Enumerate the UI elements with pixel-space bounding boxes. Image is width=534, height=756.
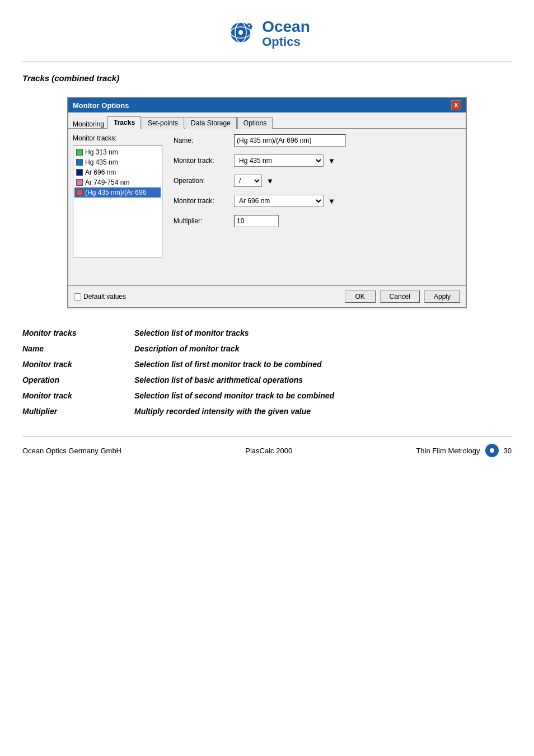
cancel-button[interactable]: Cancel [380,290,420,303]
def-multiplier: Multiply recorded intensity with the giv… [134,403,512,419]
footer-product: PlasCalc 2000 [245,447,292,455]
default-values-label: Default values [83,293,126,300]
tab-datastorage[interactable]: Data Storage [185,117,237,129]
def-monitor-track2: Selection list of second monitor track t… [134,388,512,403]
track-label-combined: (Hg 435 nm)/(Ar 696 [85,189,146,196]
track-item-selected[interactable]: (Hg 435 nm)/(Ar 696 [74,187,161,198]
description-section: Monitor tracks Selection list of monitor… [22,325,512,419]
monitor-tracks-label: Monitor tracks: [73,134,162,142]
footer-company: Ocean Optics Germany GmbH [22,447,121,455]
page-title: Tracks (combined track) [22,73,512,83]
description-table: Monitor tracks Selection list of monitor… [22,325,512,419]
track-color-ar696 [76,169,83,176]
term-multiplier: Multiplier [22,403,134,419]
term-name: Name [22,341,134,356]
monitor-track2-label: Monitor track: [174,197,229,205]
track-item[interactable]: Hg 313 nm [74,147,161,157]
footer-logo-icon [484,442,500,459]
def-name: Description of monitor track [134,341,512,356]
dropdown-arrow-op: ▼ [266,177,274,185]
term-monitor-track1: Monitor track [22,356,134,372]
operation-label: Operation: [174,177,229,185]
dialog-close-button[interactable]: X [451,100,461,110]
default-values-row: Default values [74,293,340,300]
dropdown-arrow-2: ▼ [328,197,335,205]
dialog-title: Monitor Options [73,101,129,110]
term-operation: Operation [22,372,134,388]
track-list: Hg 313 nm Hg 435 nm Ar 696 nm Ar 749-754… [73,145,162,257]
monitor-options-dialog: Monitor Options X Monitoring Tracks Set-… [67,97,467,308]
track-item[interactable]: Hg 435 nm [74,157,161,167]
term-monitor-track2: Monitor track [22,388,134,403]
default-values-checkbox[interactable] [74,293,81,300]
monitor-track2-select[interactable]: Ar 696 nm Hg 313 nm Hg 435 nm Ar 749-754… [234,195,324,207]
footer-right: Thin Film Metrology 30 [416,442,512,459]
monitor-track1-row: Monitor track: Hg 435 nm Hg 313 nm Ar 69… [174,154,461,167]
track-label-hg435: Hg 435 nm [85,158,118,166]
monitor-track1-select[interactable]: Hg 435 nm Hg 313 nm Ar 696 nm Ar 749-754… [234,154,324,167]
logo-text: Ocean Optics [262,18,310,49]
bottom-divider [22,436,512,436]
tab-setpoints[interactable]: Set-points [142,117,184,129]
track-label-hg313: Hg 313 nm [85,148,118,156]
svg-point-6 [490,448,494,453]
logo-optics: Optics [262,35,310,49]
dialog-footer: Default values OK Cancel Apply [68,285,466,307]
svg-point-3 [238,30,243,35]
name-label: Name: [174,137,229,144]
operation-select[interactable]: / * + - [234,175,262,187]
tab-tracks[interactable]: Tracks [107,116,141,129]
monitor-track2-row: Monitor track: Ar 696 nm Hg 313 nm Hg 43… [174,195,461,207]
desc-row-monitor-tracks: Monitor tracks Selection list of monitor… [22,325,512,341]
track-list-panel: Monitor tracks: Hg 313 nm Hg 435 nm Ar 6… [73,134,162,280]
logo-icon [224,17,257,50]
dialog-tabs: Monitoring Tracks Set-points Data Storag… [68,112,466,129]
track-item[interactable]: Ar 749-754 nm [74,177,161,187]
term-monitor-tracks: Monitor tracks [22,325,134,341]
operation-row: Operation: / * + - ▼ [174,175,461,187]
name-row: Name: [174,134,461,147]
track-color-combined [76,189,83,196]
logo-ocean: Ocean [262,18,310,36]
multiplier-row: Multiplier: [174,215,461,227]
tab-options[interactable]: Options [237,117,273,129]
track-item[interactable]: Ar 696 nm [74,167,161,177]
desc-row-name: Name Description of monitor track [22,341,512,356]
dialog-body: Monitor tracks: Hg 313 nm Hg 435 nm Ar 6… [68,129,466,285]
multiplier-input[interactable] [234,215,279,227]
settings-panel: Name: Monitor track: Hg 435 nm Hg 313 nm… [168,134,461,280]
monitoring-tab-label: Monitoring [73,120,104,128]
def-monitor-tracks: Selection list of monitor tracks [134,325,512,341]
desc-row-monitor-track2: Monitor track Selection list of second m… [22,388,512,403]
track-color-ar749 [76,179,83,186]
apply-button[interactable]: Apply [424,290,460,303]
page-footer: Ocean Optics Germany GmbH PlasCalc 2000 … [0,442,534,470]
track-label-ar749: Ar 749-754 nm [85,179,129,186]
desc-row-multiplier: Multiplier Multiply recorded intensity w… [22,403,512,419]
logo: Ocean Optics [224,17,310,50]
track-color-hg435 [76,159,83,166]
footer-page-number: 30 [504,447,512,455]
desc-row-monitor-track1: Monitor track Selection list of first mo… [22,356,512,372]
track-color-hg313 [76,149,83,156]
def-monitor-track1: Selection list of first monitor track to… [134,356,512,372]
footer-subtitle: Thin Film Metrology [416,447,480,455]
desc-row-operation: Operation Selection list of basic arithm… [22,372,512,388]
name-input[interactable] [234,134,346,147]
top-divider [22,62,512,62]
dialog-titlebar: Monitor Options X [68,98,466,112]
monitor-track1-label: Monitor track: [174,157,229,165]
multiplier-label: Multiplier: [174,217,229,225]
page-header: Ocean Optics [0,0,534,62]
dropdown-arrow-1: ▼ [328,157,335,165]
def-operation: Selection list of basic arithmetical ope… [134,372,512,388]
ok-button[interactable]: OK [345,290,376,303]
track-label-ar696: Ar 696 nm [85,168,116,176]
